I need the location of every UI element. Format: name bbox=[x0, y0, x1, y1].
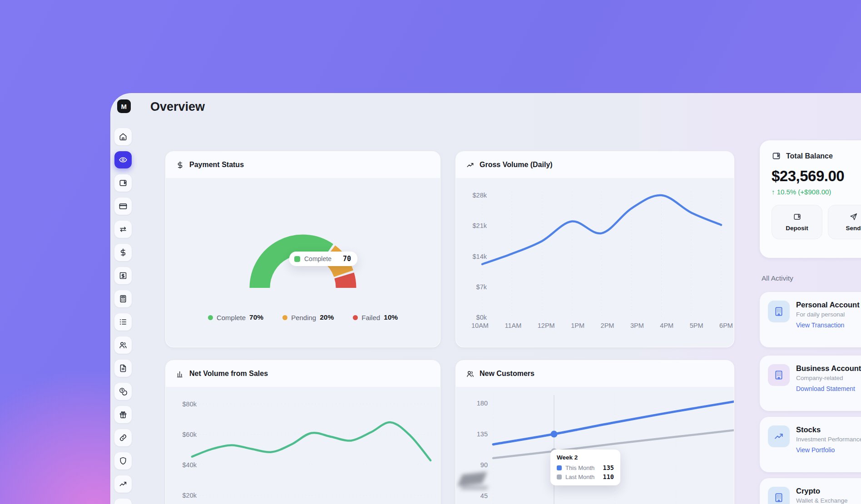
link-icon bbox=[119, 433, 128, 442]
sidebar-item-trending-up[interactable] bbox=[114, 475, 132, 493]
sidebar-item-users[interactable] bbox=[114, 336, 132, 354]
sidebar-item-transfer[interactable] bbox=[114, 221, 132, 238]
y-axis-labels: $80k$60k$40k$20k bbox=[169, 400, 197, 499]
total-balance-label: Total Balance bbox=[786, 152, 833, 160]
card-title: New Customers bbox=[480, 370, 534, 378]
credit-card-icon bbox=[119, 202, 128, 211]
activity-item-business-account[interactable]: Business AccountCompany-relatedDownload … bbox=[760, 356, 861, 411]
sidebar-item-credit-card[interactable] bbox=[114, 198, 132, 215]
building-icon bbox=[768, 301, 790, 322]
activity-title: Stocks bbox=[796, 425, 861, 434]
coins-icon bbox=[119, 387, 128, 396]
building-icon bbox=[768, 487, 790, 504]
all-activity-header: All Activity bbox=[762, 274, 793, 282]
trending-up-icon bbox=[768, 425, 790, 447]
users-icon bbox=[466, 370, 475, 378]
send-icon bbox=[849, 212, 858, 221]
activity-item-stocks[interactable]: StocksInvestment PerformanceView Portfol… bbox=[760, 417, 861, 472]
net-volume-card: Net Volume from Sales $80k$60k$40k$20k bbox=[165, 360, 440, 504]
chart-tooltip: Week 2 This Month135Last Month110 bbox=[550, 450, 620, 485]
payment-status-card: Payment Status Complete 70 Complete70%Pe… bbox=[165, 151, 440, 347]
building-icon bbox=[768, 364, 790, 386]
receipt-icon bbox=[119, 271, 128, 280]
tooltip-row: Last Month110 bbox=[557, 473, 614, 480]
legend-item: Failed10% bbox=[353, 313, 398, 321]
sidebar-item-link[interactable] bbox=[114, 429, 132, 446]
right-panel: Total Balance $23,569.00 ↑ 10.5% (+$908.… bbox=[760, 94, 861, 504]
transfer-icon bbox=[119, 225, 128, 234]
gross-volume-card: Gross Volume (Daily) $28k$21k$14k$7k$0k … bbox=[455, 151, 734, 347]
sidebar-item-coins[interactable] bbox=[114, 383, 132, 400]
trending-up-icon bbox=[119, 479, 128, 489]
card-title: Net Volume from Sales bbox=[189, 370, 268, 378]
gauge-tooltip-value: 70 bbox=[343, 255, 351, 263]
dollar-icon bbox=[119, 248, 128, 257]
activity-title: Crypto bbox=[796, 487, 848, 495]
wallet-icon bbox=[119, 178, 128, 188]
shield-icon bbox=[119, 456, 128, 465]
gauge-tooltip-swatch bbox=[294, 256, 300, 262]
y-axis-labels: $28k$21k$14k$7k$0k bbox=[460, 191, 487, 321]
sidebar-item-shield[interactable] bbox=[114, 452, 132, 469]
total-balance-card: Total Balance $23,569.00 ↑ 10.5% (+$908.… bbox=[760, 140, 861, 258]
list-icon bbox=[119, 317, 128, 326]
total-balance-change: ↑ 10.5% (+$908.00) bbox=[772, 188, 861, 196]
wallet-icon bbox=[793, 212, 802, 221]
sidebar-nav bbox=[111, 94, 136, 504]
tooltip-row: This Month135 bbox=[557, 464, 614, 471]
send-button[interactable]: Send bbox=[828, 205, 861, 239]
activity-title: Business Account bbox=[796, 364, 861, 373]
sidebar-item-receipt[interactable] bbox=[114, 267, 132, 284]
app-window: M Overview Payment Status Complete 70 Co… bbox=[110, 93, 861, 504]
deposit-button[interactable]: Deposit bbox=[772, 205, 822, 239]
card-title: Gross Volume (Daily) bbox=[480, 161, 553, 169]
activity-subtitle: For daily personal bbox=[796, 311, 860, 318]
sidebar-item-eye[interactable] bbox=[114, 151, 132, 168]
activity-title: Personal Account bbox=[796, 301, 860, 309]
gross-volume-header: Gross Volume (Daily) bbox=[456, 152, 734, 178]
gauge-legend: Complete70%Pending20%Failed10% bbox=[166, 313, 440, 321]
net-volume-header: Net Volume from Sales bbox=[166, 361, 440, 387]
activity-subtitle: Investment Performance bbox=[796, 436, 861, 443]
page-title: Overview bbox=[150, 100, 205, 114]
sidebar-item-calculator[interactable] bbox=[114, 290, 132, 307]
balance-actions: DepositSend bbox=[772, 205, 861, 239]
activity-link[interactable]: Download Statement bbox=[796, 385, 861, 392]
activity-item-personal-account[interactable]: Personal AccountFor daily personalView T… bbox=[760, 292, 861, 347]
activity-link[interactable]: View Portfolio bbox=[796, 446, 861, 454]
activity-link[interactable]: View Transaction bbox=[796, 321, 860, 329]
sidebar-item-wallet[interactable] bbox=[114, 174, 132, 192]
sidebar-item-home[interactable] bbox=[114, 128, 132, 145]
tooltip-title: Week 2 bbox=[557, 454, 614, 461]
home-icon bbox=[119, 132, 128, 141]
dollar-icon bbox=[176, 161, 184, 169]
bar-chart-icon bbox=[176, 370, 184, 378]
activity-subtitle: Company-related bbox=[796, 375, 861, 381]
blur-artifact bbox=[457, 470, 493, 495]
sidebar-item-file[interactable] bbox=[114, 360, 132, 377]
sidebar-item-device[interactable] bbox=[114, 499, 132, 504]
gauge-tooltip: Complete 70 bbox=[289, 252, 357, 266]
sidebar-item-gift[interactable] bbox=[114, 406, 132, 423]
net-volume-chart bbox=[166, 387, 440, 504]
legend-item: Pending20% bbox=[282, 313, 334, 321]
sidebar-item-list[interactable] bbox=[114, 313, 132, 331]
card-title: Payment Status bbox=[189, 161, 244, 169]
trending-up-icon bbox=[466, 161, 475, 169]
total-balance-amount: $23,569.00 bbox=[772, 168, 861, 185]
eye-icon bbox=[119, 155, 128, 164]
gift-icon bbox=[119, 410, 128, 419]
activity-item-crypto[interactable]: CryptoWallet & Exchange bbox=[760, 478, 861, 504]
sidebar-item-dollar[interactable] bbox=[114, 244, 132, 261]
calculator-icon bbox=[119, 294, 128, 303]
wallet-icon bbox=[772, 151, 781, 161]
desktop-background: M Overview Payment Status Complete 70 Co… bbox=[0, 0, 861, 504]
x-axis-labels: 10AM11AM12PM1PM2PM3PM4PM5PM6PM bbox=[471, 322, 733, 329]
payment-status-header: Payment Status bbox=[166, 152, 440, 178]
users-icon bbox=[119, 341, 128, 350]
activity-subtitle: Wallet & Exchange bbox=[796, 497, 848, 504]
file-icon bbox=[119, 364, 128, 373]
gauge-tooltip-label: Complete bbox=[304, 255, 332, 262]
new-customers-header: New Customers bbox=[456, 361, 734, 387]
new-customers-chart bbox=[456, 387, 734, 504]
